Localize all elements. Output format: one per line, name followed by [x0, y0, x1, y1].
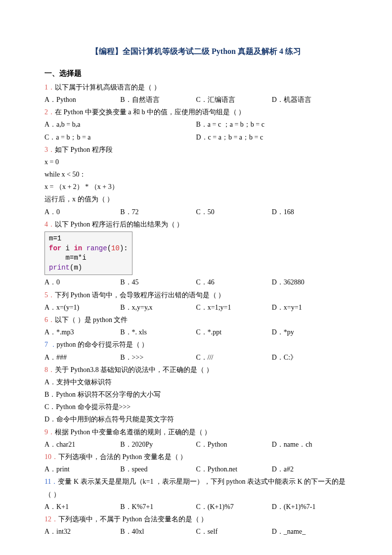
- option-b: B．2020Py: [120, 438, 196, 451]
- option-a: A．print: [44, 463, 120, 475]
- options-row: A．### B．>>> C．/// D．C:》: [44, 351, 348, 364]
- keyword-in: in: [74, 244, 82, 252]
- option-d: D．*py: [272, 326, 348, 338]
- question-text: 以下 Python 程序运行后的输出结果为（ ）: [55, 221, 183, 228]
- option-b: B．>>>: [120, 351, 196, 364]
- option-c: C．(K+1)%7: [196, 501, 272, 513]
- option-b: B．a = c ；a = b；b = c: [196, 118, 348, 131]
- question-8: 8．关于 Python3.8 基础知识的说法中，不正确的是（ ） A．支持中文做…: [44, 364, 348, 426]
- options-row: A．0 B．72 C．50 D．168: [44, 206, 348, 218]
- question-text-2: 运行后，x 的值为（ ）: [44, 193, 348, 205]
- options-row: A．print B．speed C．Python.net D．a#2: [44, 463, 348, 475]
- option-d: D．x=y=1: [272, 301, 348, 314]
- code-m: m=1: [49, 234, 61, 242]
- option-b: B．45: [120, 276, 196, 288]
- option-d: D．168: [272, 206, 348, 218]
- option-a: A．x=(y=1): [44, 301, 120, 314]
- question-number: 3．: [44, 146, 55, 153]
- option-b: B．72: [120, 206, 196, 218]
- question-10: 10．下列选项中，合法的 Python 变量名是（ ） A．print B．sp…: [44, 451, 348, 475]
- question-text: 关于 Python3.8 基础知识的说法中，不正确的是（ ）: [55, 366, 213, 373]
- section-header: 一、选择题: [44, 67, 348, 80]
- option-b: B．Python 标识符不区分字母的大小写: [44, 388, 348, 401]
- question-number: 10．: [44, 453, 58, 461]
- func-print: print: [49, 264, 70, 272]
- option-c: C．Python 命令提示符是>>>: [44, 401, 348, 413]
- option-d: D．a#2: [272, 463, 348, 475]
- option-d: D．机器语言: [272, 93, 348, 106]
- option-c: C．x=1;y=1: [196, 301, 272, 314]
- option-a: A．0: [44, 206, 120, 218]
- question-number: 7 ．: [44, 341, 57, 348]
- option-b: B．*. xls: [120, 326, 196, 338]
- paren-close: ):: [120, 244, 128, 252]
- func-range: range: [82, 244, 107, 252]
- question-7: 7 ．python 的命令行提示符是（ ） A．### B．>>> C．/// …: [44, 338, 348, 363]
- question-number: 9．: [44, 428, 55, 436]
- option-d: D．_name_: [272, 525, 348, 538]
- options-row: A．a,b = b,a B．a = c ；a = b；b = c C．a = b…: [44, 118, 348, 143]
- option-a: A．###: [44, 351, 120, 364]
- document-title: 【编程】全国计算机等级考试二级 Python 真题及解析 4 练习: [44, 45, 348, 59]
- question-number: 5．: [44, 291, 55, 299]
- question-12: 12．下列选项中，不属于 Python 合法变量名的是（ ） A．int32 B…: [44, 513, 348, 538]
- options-row: A．*.mp3 B．*. xls C．*.ppt D．*py: [44, 326, 348, 338]
- options-row: A．Python B．自然语言 C．汇编语言 D．机器语言: [44, 93, 348, 106]
- option-d: D．(K+1)%7-1: [272, 501, 348, 513]
- option-a: A．支持中文做标识符: [44, 376, 348, 388]
- question-text: 根据 Python 中变量命名遵循的规则，正确的是（ ）: [55, 428, 211, 436]
- options-column: A．支持中文做标识符 B．Python 标识符不区分字母的大小写 C．Pytho…: [44, 376, 348, 426]
- question-9: 9．根据 Python 中变量命名遵循的规则，正确的是（ ） A．char21 …: [44, 426, 348, 451]
- option-c: C．50: [196, 206, 272, 218]
- code-line-1: x = 0: [44, 156, 348, 168]
- question-11: 11．变量 K 表示某天是星期几（k=1 ，表示星期一），下列 python 表…: [44, 475, 348, 513]
- num-10: 10: [111, 244, 120, 252]
- question-number: 12．: [44, 515, 58, 523]
- option-a: A．Python: [44, 93, 120, 106]
- option-b: B．x,y=y,x: [120, 301, 196, 314]
- option-c: C．Python.net: [196, 463, 272, 475]
- question-number: 11．: [44, 478, 58, 485]
- option-d: D．命令中用到的标点符号只能是英文字符: [44, 413, 348, 425]
- option-d: D．C:》: [272, 351, 348, 364]
- options-row: A．int32 B．40xl C．self D．_name_: [44, 525, 348, 538]
- code-body: m=m*i: [49, 254, 87, 262]
- question-text: 变量 K 表示某天是星期几（k=1 ，表示星期一），下列 python 表达式中…: [44, 478, 346, 498]
- question-2: 2．在 Python 中要交换变量 a 和 b 中的值，应使用的语句组是（ ） …: [44, 106, 348, 143]
- question-number: 4．: [44, 221, 55, 228]
- question-text: 下列选项中，不属于 Python 合法变量名的是（ ）: [58, 515, 208, 523]
- question-number: 1．: [44, 84, 55, 91]
- question-text: 以下属于计算机高级语言的是（ ）: [55, 84, 161, 91]
- options-row: A．x=(y=1) B．x,y=y,x C．x=1;y=1 D．x=y=1: [44, 301, 348, 314]
- option-c: C．self: [196, 525, 272, 538]
- option-c: C．汇编语言: [196, 93, 272, 106]
- option-b: B．40xl: [120, 525, 196, 538]
- keyword-for: for: [49, 244, 61, 252]
- option-b: B．自然语言: [120, 93, 196, 106]
- question-text: 下列 Python 语句中，会导致程序运行出错的语句是（ ）: [55, 291, 225, 299]
- option-c: C．///: [196, 351, 272, 364]
- options-row: A．K+1 B．K%7+1 C．(K+1)%7 D．(K+1)%7-1: [44, 501, 348, 513]
- option-c: C．a = b；b = a: [44, 131, 196, 143]
- question-text: python 的命令行提示符是（ ）: [57, 341, 149, 348]
- question-1: 1．以下属于计算机高级语言的是（ ） A．Python B．自然语言 C．汇编语…: [44, 81, 348, 106]
- question-3: 3．如下 Python 程序段 x = 0 while x < 50： x = …: [44, 143, 348, 218]
- question-5: 5．下列 Python 语句中，会导致程序运行出错的语句是（ ） A．x=(y=…: [44, 289, 348, 314]
- option-c: C．46: [196, 276, 272, 288]
- option-d: D．name．ch: [272, 438, 348, 451]
- option-c: C．*.ppt: [196, 326, 272, 338]
- question-number: 8．: [44, 366, 55, 373]
- option-a: A．char21: [44, 438, 120, 451]
- question-6: 6．以下（ ）是 python 文件 A．*.mp3 B．*. xls C．*.…: [44, 314, 348, 338]
- question-4: 4．以下 Python 程序运行后的输出结果为（ ） m=1 for i in …: [44, 218, 348, 289]
- question-text: 如下 Python 程序段: [55, 146, 113, 153]
- option-d: D．362880: [272, 276, 348, 288]
- code-i: i: [61, 244, 74, 252]
- paren-open: (: [107, 244, 111, 252]
- question-text: 以下（ ）是 python 文件: [55, 316, 128, 324]
- code-block: m=1 for i in range(10): m=m*i print(m): [44, 231, 132, 275]
- options-row: A．0 B．45 C．46 D．362880: [44, 276, 348, 288]
- options-row: A．char21 B．2020Py C．Python D．name．ch: [44, 438, 348, 451]
- option-a: A．a,b = b,a: [44, 118, 196, 131]
- option-d: D．c = a；b = a；b = c: [196, 131, 348, 143]
